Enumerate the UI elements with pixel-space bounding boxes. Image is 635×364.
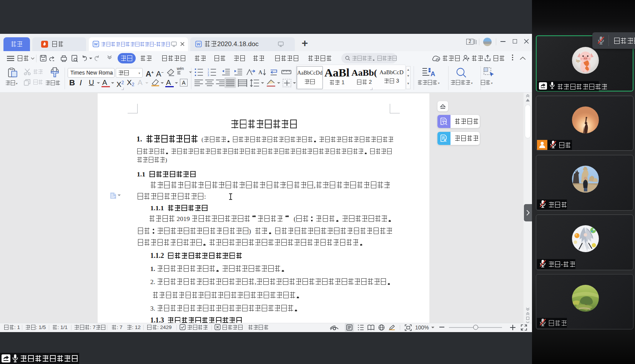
svg-text:1: 1 (208, 68, 209, 71)
svg-text:A: A (444, 138, 446, 142)
svg-text:A: A (258, 69, 263, 75)
svg-text:3: 3 (208, 74, 209, 76)
svg-text:2: 2 (208, 71, 209, 74)
svg-text:A: A (431, 70, 435, 78)
